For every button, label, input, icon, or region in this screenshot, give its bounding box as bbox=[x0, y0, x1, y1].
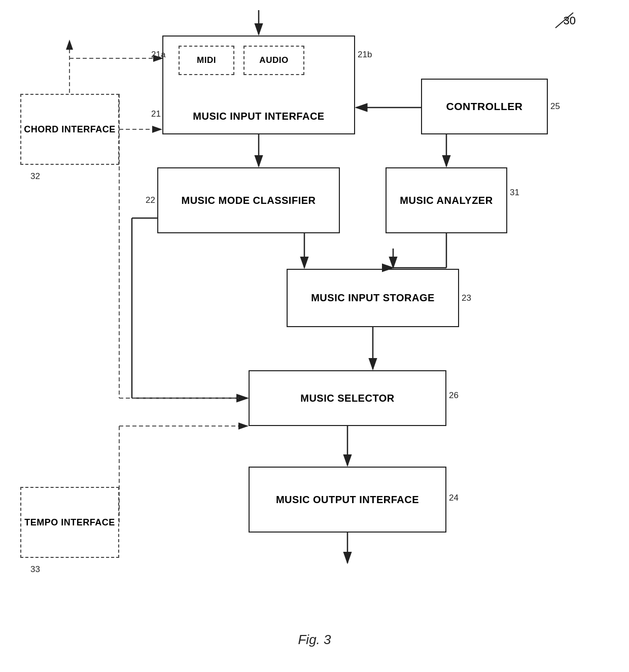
diagram-container: 30 MIDI AUDIO MUSIC INPUT INTERFACE 21a … bbox=[0, 0, 629, 672]
figure-label: Fig. 3 bbox=[298, 632, 331, 648]
music-output-interface-box: MUSIC OUTPUT INTERFACE bbox=[249, 467, 446, 533]
chord-interface-box: CHORD INTERFACE bbox=[20, 94, 119, 165]
ref-31: 31 bbox=[510, 188, 519, 198]
audio-box: AUDIO bbox=[243, 46, 304, 75]
midi-box: MIDI bbox=[179, 46, 234, 75]
controller-box: CONTROLLER bbox=[421, 79, 548, 134]
ref-24: 24 bbox=[449, 493, 459, 503]
ref-22: 22 bbox=[146, 195, 155, 205]
ref-21: 21 bbox=[151, 109, 161, 119]
ref-21b: 21b bbox=[358, 50, 372, 60]
music-input-storage-box: MUSIC INPUT STORAGE bbox=[287, 269, 459, 327]
ref-26: 26 bbox=[449, 391, 459, 401]
ref-21a: 21a bbox=[151, 50, 165, 60]
ref-23: 23 bbox=[462, 293, 471, 303]
ref-33: 33 bbox=[30, 564, 40, 575]
music-mode-classifier-box: MUSIC MODE CLASSIFIER bbox=[157, 167, 340, 233]
music-selector-box: MUSIC SELECTOR bbox=[249, 370, 446, 426]
ref-25: 25 bbox=[550, 101, 560, 112]
music-analyzer-box: MUSIC ANALYZER bbox=[386, 167, 507, 233]
tempo-interface-box: TEMPO INTERFACE bbox=[20, 487, 119, 558]
music-input-interface-label: MUSIC INPUT INTERFACE bbox=[163, 111, 354, 122]
ref-30-label: 30 bbox=[564, 14, 576, 27]
music-input-interface-box: MIDI AUDIO MUSIC INPUT INTERFACE bbox=[162, 36, 355, 134]
ref-32: 32 bbox=[30, 171, 40, 182]
